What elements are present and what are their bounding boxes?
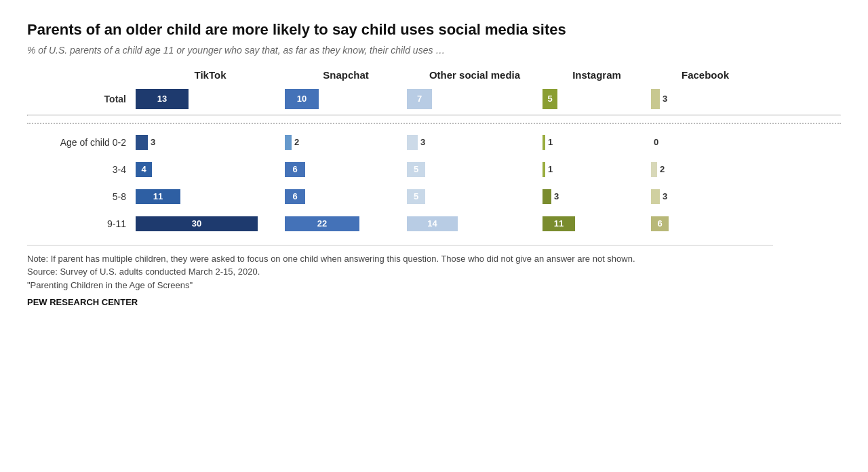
row-label: Age of child 0-2	[27, 137, 136, 148]
bar-facebook	[651, 89, 660, 109]
bar-cell-tiktok: 11	[136, 189, 285, 204]
bar-cell-tiktok: 13	[136, 89, 285, 109]
bar-instagram	[542, 135, 545, 150]
bar-other	[407, 135, 418, 150]
bar-tiktok: 4	[136, 162, 152, 177]
bar-value-tiktok: 3	[151, 137, 155, 147]
org-text: PEW RESEARCH CENTER	[27, 296, 773, 309]
bar-cell-instagram: 11	[542, 216, 651, 231]
bar-cell-tiktok: 4	[136, 162, 285, 177]
bar-snapchat: 22	[285, 216, 359, 231]
bar-tiktok: 13	[136, 89, 189, 109]
bar-snapchat: 10	[285, 89, 319, 109]
total-divider	[27, 115, 841, 116]
bar-facebook	[651, 162, 657, 177]
row-label: 3-4	[27, 164, 136, 175]
bar-value-instagram: 3	[554, 191, 559, 201]
bar-value-facebook: 2	[660, 164, 665, 174]
bar-cell-snapchat: 22	[285, 216, 407, 231]
bar-cell-snapchat: 10	[285, 89, 407, 109]
col-header-facebook: Facebook	[651, 69, 760, 81]
col-header-tiktok: TikTok	[136, 69, 285, 81]
bar-snapchat	[285, 135, 292, 150]
row-label: Total	[27, 94, 136, 104]
bar-value-snapchat: 2	[294, 137, 299, 147]
bar-cell-instagram: 1	[542, 135, 651, 150]
chart-container: TikTok Snapchat Other social media Insta…	[27, 69, 841, 235]
chart-wrapper: Parents of an older child are more likel…	[27, 20, 841, 309]
bar-value-other: 3	[420, 137, 425, 147]
bar-instagram: 11	[542, 216, 575, 231]
table-row: 3-446512	[27, 158, 841, 181]
bar-value-facebook: 3	[663, 94, 667, 104]
bar-cell-tiktok: 30	[136, 216, 285, 231]
bar-cell-instagram: 5	[542, 89, 651, 109]
row-label: 5-8	[27, 191, 136, 202]
citation-text: "Parenting Children in the Age of Screen…	[27, 279, 773, 292]
bar-snapchat: 6	[285, 189, 305, 204]
notes-section: Note: If parent has multiple children, t…	[27, 245, 773, 309]
bar-tiktok: 11	[136, 189, 180, 204]
bar-tiktok: 30	[136, 216, 258, 231]
table-row: Total1310753	[27, 87, 841, 111]
bar-value-instagram: 1	[548, 164, 553, 174]
bar-facebook	[651, 189, 660, 204]
bar-other: 5	[407, 162, 425, 177]
chart-subtitle: % of U.S. parents of a child age 11 or y…	[27, 45, 841, 56]
bar-instagram: 5	[542, 89, 557, 109]
chart-rows: Total1310753Age of child 0-2323103-44651…	[27, 87, 841, 235]
bar-cell-facebook: 3	[651, 89, 760, 109]
col-header-instagram: Instagram	[542, 69, 651, 81]
bar-cell-facebook: 0	[651, 137, 760, 147]
bar-cell-tiktok: 3	[136, 135, 285, 150]
bar-cell-snapchat: 6	[285, 162, 407, 177]
bar-snapchat: 6	[285, 162, 305, 177]
bar-tiktok	[136, 135, 148, 150]
bar-cell-snapchat: 2	[285, 135, 407, 150]
bar-instagram	[542, 162, 545, 177]
bar-cell-other: 14	[407, 216, 542, 231]
bar-facebook: 6	[651, 216, 669, 231]
bar-other: 14	[407, 216, 458, 231]
bar-other: 5	[407, 189, 425, 204]
bar-cell-snapchat: 6	[285, 189, 407, 204]
table-row: Age of child 0-232310	[27, 131, 841, 154]
bar-cell-other: 3	[407, 135, 542, 150]
row-label: 9-11	[27, 218, 136, 229]
bar-value-facebook: 0	[654, 137, 658, 147]
col-header-snapchat: Snapchat	[285, 69, 407, 81]
note-text: Note: If parent has multiple children, t…	[27, 252, 773, 266]
bar-instagram	[542, 189, 551, 204]
source-text: Source: Survey of U.S. adults conducted …	[27, 265, 773, 279]
table-row: 9-11302214116	[27, 212, 841, 235]
bar-value-instagram: 1	[548, 137, 553, 147]
bar-cell-other: 7	[407, 89, 542, 109]
bar-value-facebook: 3	[663, 191, 667, 201]
bar-cell-instagram: 1	[542, 162, 651, 177]
bar-cell-facebook: 3	[651, 189, 760, 204]
bar-cell-instagram: 3	[542, 189, 651, 204]
bar-cell-facebook: 6	[651, 216, 760, 231]
col-header-other: Other social media	[407, 69, 542, 81]
bar-other: 7	[407, 89, 432, 109]
table-row: 5-8116533	[27, 185, 841, 208]
section-divider	[27, 123, 841, 124]
bar-cell-other: 5	[407, 162, 542, 177]
chart-title: Parents of an older child are more likel…	[27, 20, 637, 39]
column-headers: TikTok Snapchat Other social media Insta…	[27, 69, 841, 81]
bar-cell-facebook: 2	[651, 162, 760, 177]
bar-cell-other: 5	[407, 189, 542, 204]
